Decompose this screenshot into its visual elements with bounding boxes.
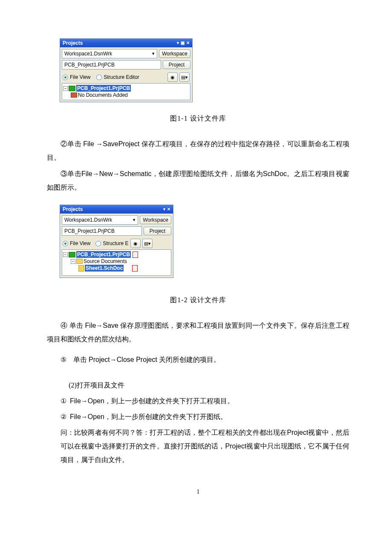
file-view-label: File View: [70, 72, 90, 82]
project-tree[interactable]: − PCB_Project1.PrjPCB No Documents Added: [62, 83, 190, 100]
structure-editor-label: Structure Editor: [104, 72, 139, 82]
project-icon: [69, 86, 75, 91]
panel-titlebar: Projects ▾ ✕: [60, 205, 173, 214]
folder-icon: [76, 259, 83, 264]
tree-source-label: Source Documents: [84, 258, 127, 265]
workspace-button[interactable]: Workspace: [159, 49, 190, 58]
project-value: PCB_Project1.PrjPCB: [64, 62, 115, 68]
tree-nodocs-node[interactable]: No Documents Added: [63, 92, 189, 98]
figure-1-1: Projects ▾ ▣ ✕ Workspace1.DsnWrk ▼ Works…: [60, 38, 349, 102]
modified-icon: [133, 251, 138, 258]
dropdown-icon[interactable]: ▾: [177, 41, 179, 45]
projects-panel-1: Projects ▾ ▣ ✕ Workspace1.DsnWrk ▼ Works…: [60, 38, 193, 102]
structure-editor-radio[interactable]: [96, 75, 102, 80]
project-icon: [69, 252, 75, 257]
paragraph-step-5: ⑤ 单击 Project→Close Project 关闭所创建的项目。: [47, 353, 349, 367]
document-page: Projects ▾ ▣ ✕ Workspace1.DsnWrk ▼ Works…: [0, 0, 392, 555]
project-button[interactable]: Project: [163, 61, 190, 69]
pin-icon[interactable]: ▣: [181, 41, 184, 45]
section-2-heading: (2)打开项目及文件: [47, 379, 349, 392]
tree-nodocs-label: No Documents Added: [78, 92, 128, 98]
tree-project-label: PCB_Project1.PrjPCB: [76, 251, 131, 258]
folder-icon: [71, 92, 77, 98]
tree-sheet-node[interactable]: Sheet1.SchDoc: [63, 265, 170, 272]
list-item-1: ① File→Open，到上一步创建的文件夹下打开工程项目。: [47, 394, 349, 408]
close-icon[interactable]: ✕: [186, 41, 190, 45]
paragraph-step-4: ④ 单击 File→Save 保存原理图图纸，要求和工程项目放置到同一个文件夹下…: [47, 319, 349, 346]
file-view-radio[interactable]: [63, 241, 68, 246]
panel-titlebar: Projects ▾ ▣ ✕: [60, 39, 192, 47]
schematic-icon: [78, 265, 84, 272]
project-value: PCB_Project1.PrjPCB: [64, 228, 115, 234]
project-field[interactable]: PCB_Project1.PrjPCB: [62, 226, 142, 236]
tree-project-label: PCB_Project1.PrjPCB: [76, 85, 131, 92]
chevron-down-icon: ▼: [151, 51, 155, 57]
refresh-icon-button[interactable]: ◉: [130, 239, 141, 248]
panel-title-text: Projects: [63, 206, 83, 213]
paragraph-step-2: ②单击 File →SaveProject 保存工程项目，在保存的过程中指定保存…: [47, 137, 349, 165]
panel-title-text: Projects: [63, 40, 83, 46]
workspace-dropdown[interactable]: Workspace1.DsnWrk ▼: [62, 215, 138, 225]
workspace-value: Workspace1.DsnWrk: [64, 217, 112, 223]
workspace-value: Workspace1.DsnWrk: [64, 51, 112, 57]
tree-project-node[interactable]: − PCB_Project1.PrjPCB: [63, 251, 170, 258]
close-icon[interactable]: ✕: [167, 207, 170, 211]
tree-expander-icon[interactable]: −: [63, 86, 68, 91]
tree-expander-icon[interactable]: −: [63, 252, 68, 257]
structure-editor-label: Structure E: [103, 238, 128, 249]
project-field[interactable]: PCB_Project1.PrjPCB: [62, 60, 161, 69]
page-number: 1: [47, 486, 349, 498]
qa-paragraph: 问：比较两者有何不同？答：打开工程的话，整个工程相关的文件都出现在Project…: [47, 426, 349, 467]
tree-expander-icon[interactable]: −: [71, 259, 75, 264]
projects-panel-2: Projects ▾ ✕ Workspace1.DsnWrk ▼ Workspa…: [60, 205, 173, 278]
refresh-icon-button[interactable]: ◉: [167, 72, 178, 82]
document-icon-button[interactable]: ▤▾: [179, 72, 190, 82]
figure-1-1-caption: 图1-1 设计文件库: [47, 112, 349, 125]
figure-1-2-caption: 图1-2 设计文件库: [47, 293, 349, 307]
modified-icon: [132, 265, 138, 272]
workspace-button[interactable]: Workspace: [140, 216, 171, 224]
tree-project-node[interactable]: − PCB_Project1.PrjPCB: [63, 85, 189, 92]
tree-source-node[interactable]: − Source Documents: [63, 258, 170, 265]
tree-sheet-label: Sheet1.SchDoc: [85, 265, 124, 272]
structure-editor-radio[interactable]: [95, 241, 101, 246]
chevron-down-icon: ▼: [132, 217, 136, 223]
file-view-radio[interactable]: [63, 75, 68, 80]
figure-1-2: Projects ▾ ✕ Workspace1.DsnWrk ▼ Workspa…: [60, 205, 349, 278]
project-tree[interactable]: − PCB_Project1.PrjPCB − Source Documents…: [62, 249, 171, 276]
list-item-2: ② File→Open，到上一步所创建的文件夹下打开图纸。: [47, 410, 349, 424]
dropdown-icon[interactable]: ▾: [163, 207, 165, 211]
project-button[interactable]: Project: [144, 227, 171, 235]
document-icon-button[interactable]: ▤▾: [142, 239, 153, 248]
file-view-label: File View: [70, 238, 90, 249]
workspace-dropdown[interactable]: Workspace1.DsnWrk ▼: [62, 49, 157, 58]
paragraph-step-3: ③单击File→New→Schematic，创建原理图绘图纸文件，后缀名为Sch…: [47, 167, 349, 194]
